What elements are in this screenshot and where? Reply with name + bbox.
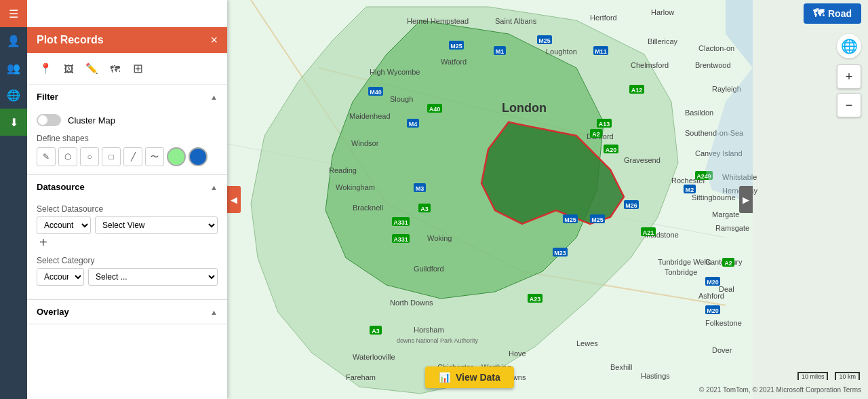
color-blue[interactable] [189,147,208,166]
cluster-map-label: Cluster Map [68,115,115,126]
globe-map-icon: 🌐 [841,38,858,54]
scale-km: 10 km [835,372,860,380]
svg-text:Hove: Hove [509,349,526,358]
sidebar-item-globe[interactable]: 🌐 [0,81,27,109]
svg-text:M25: M25 [450,43,462,50]
svg-text:M40: M40 [370,89,382,96]
svg-text:Woking: Woking [427,234,452,242]
zoom-out-button[interactable]: − [837,93,861,117]
draw-polygon-tool[interactable]: ⬡ [58,147,77,166]
svg-text:A3: A3 [420,206,429,212]
plus-icon: + [846,70,853,84]
table-view-icon: 📊 [439,372,450,383]
color-light-green[interactable] [167,147,186,166]
draw-point-tool[interactable]: ✎ [37,147,56,166]
draw-freehand-tool[interactable]: 〜 [145,147,164,166]
account-select[interactable]: Account [37,216,91,234]
svg-text:A20: A20 [606,147,617,153]
scale-miles: 10 miles [797,372,829,380]
svg-text:Gravesend: Gravesend [624,156,660,164]
svg-text:M25: M25 [538,37,551,44]
draw-circle-tool[interactable]: ○ [80,147,99,166]
svg-text:Reading: Reading [329,166,357,174]
close-button[interactable]: × [210,34,218,46]
point-draw-icon: ✎ [43,152,50,162]
map-type-icon: 🗺 [813,7,824,20]
filter-section-header[interactable]: Filter ▲ [27,85,227,109]
datasource-chevron-icon: ▲ [210,183,218,191]
svg-text:Dover: Dover [712,346,732,354]
category-value-select[interactable]: Select ... [88,268,218,286]
pencil-toolbar-icon[interactable]: ✏️ [81,58,102,79]
svg-text:Watford: Watford [441,58,467,66]
overlay-label: Overlay [37,307,69,317]
view-data-button[interactable]: 📊 View Data [425,366,514,388]
table-toolbar-icon[interactable]: ⊞ [127,58,148,79]
draw-line-tool[interactable]: ╱ [123,147,142,166]
svg-text:Basildon: Basildon [685,109,713,117]
overlay-section: Overlay ▲ [27,300,227,324]
svg-text:M26: M26 [625,202,637,209]
svg-text:A12: A12 [631,87,643,94]
nav-right-button[interactable]: ▶ [739,186,753,213]
filter-section: Filter ▲ Cluster Map Define shapes ✎ ⬡ ○ [27,85,227,175]
view-select[interactable]: Select View [95,216,218,234]
zoom-in-button[interactable]: + [837,64,861,89]
panel-header: Plot Records × [27,27,227,53]
map-toolbar-icon[interactable]: 🗺 [104,58,125,79]
svg-text:M4: M4 [409,121,418,128]
cluster-map-toggle[interactable] [37,114,61,126]
image-toolbar-icon[interactable]: 🖼 [58,58,79,79]
nav-left-icon: ◀ [231,195,237,205]
sidebar-item-layers[interactable]: ☰ [0,0,27,27]
copyright-label: © 2021 TomTom, © 2021 Microsoft Corporat… [699,386,861,394]
circle-icon: ○ [87,152,92,162]
nav-left-button[interactable]: ◀ [227,186,241,213]
define-shapes-label: Define shapes [37,134,89,143]
image-icon: 🖼 [64,63,74,75]
map-controls: + − [837,64,861,117]
svg-text:Loughton: Loughton [546,48,577,56]
add-datasource-button[interactable]: + [37,234,218,250]
road-view-button[interactable]: 🗺 Road [804,3,861,24]
nav-right-icon: ▶ [743,195,749,205]
globe-button[interactable]: 🌐 [837,34,861,58]
svg-text:Chelmsford: Chelmsford [631,61,669,69]
overlay-section-header[interactable]: Overlay ▲ [27,300,227,324]
sidebar-item-download[interactable]: ⬇ [0,109,27,136]
svg-text:Bracknell: Bracknell [353,204,383,212]
sidebar-item-group[interactable]: 👥 [0,54,27,81]
copyright-text: © 2021 TomTom, © 2021 Microsoft Corporat… [699,386,861,394]
download-icon: ⬇ [9,116,18,129]
person-icon: 👤 [7,35,20,48]
group-icon: 👥 [7,62,20,75]
svg-text:Hastings: Hastings [641,372,670,380]
location-toolbar-icon[interactable]: 📍 [35,58,56,79]
filter-section-body: Cluster Map Define shapes ✎ ⬡ ○ □ [27,109,227,174]
panel-title: Plot Records [37,34,104,46]
side-panel: Plot Records × 📍 🖼 ✏️ 🗺 ⊞ Filter ▲ Clust… [27,0,227,399]
draw-rect-tool[interactable]: □ [102,147,121,166]
svg-text:A331: A331 [393,236,408,243]
svg-text:M3: M3 [416,185,425,192]
view-data-label: View Data [456,372,500,383]
datasource-section-header[interactable]: Datasource ▲ [27,175,227,199]
polygon-icon: ⬡ [64,152,71,162]
svg-text:A13: A13 [599,121,610,128]
svg-text:downs National Park Authority: downs National Park Authority [397,337,479,344]
pencil-icon: ✏️ [85,62,98,75]
svg-text:M1: M1 [496,48,505,55]
svg-text:A2: A2 [724,260,732,267]
cluster-map-row: Cluster Map [37,114,218,126]
line-icon: ╱ [131,152,136,162]
svg-text:M20: M20 [707,279,719,286]
category-selects-row: Account Select ... [37,268,218,286]
category-account-select[interactable]: Account [37,268,84,286]
svg-text:Tunbridge Wells: Tunbridge Wells [658,258,711,266]
sidebar-item-person[interactable]: 👤 [0,27,27,54]
rect-icon: □ [108,152,113,162]
datasource-selects-row: Account Select View [37,216,218,234]
svg-text:A23: A23 [530,296,541,303]
svg-text:Harlow: Harlow [651,8,674,16]
filter-chevron-icon: ▲ [210,93,218,101]
